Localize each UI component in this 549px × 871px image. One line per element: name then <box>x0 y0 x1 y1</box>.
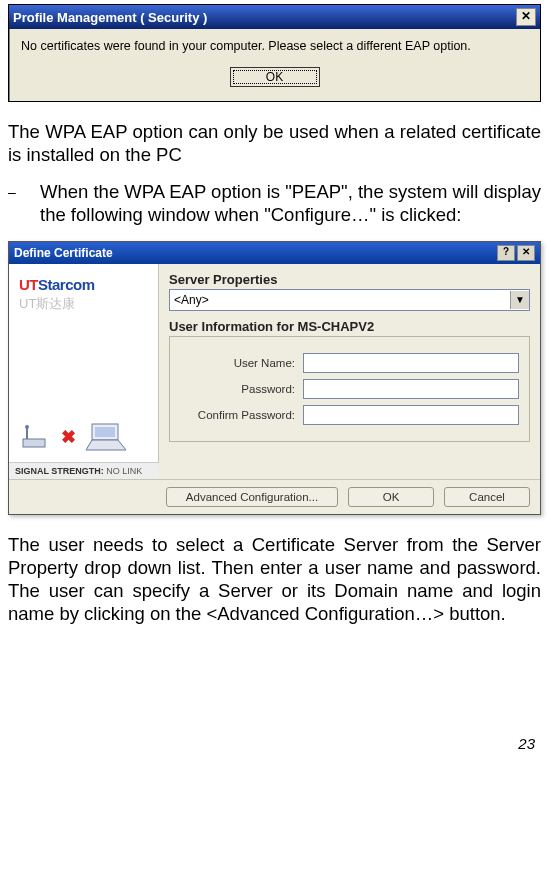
body-paragraph-2: The user needs to select a Certificate S… <box>8 533 541 626</box>
list-item-text: When the WPA EAP option is "PEAP", the s… <box>40 180 541 226</box>
password-input[interactable] <box>303 379 519 399</box>
device-status-graphic: ✖ <box>19 422 152 452</box>
dialog-title: Define Certificate <box>14 246 497 260</box>
disconnected-icon: ✖ <box>61 426 76 448</box>
dialog-button-row: Advanced Configuration... OK Cancel <box>9 479 540 514</box>
svg-point-2 <box>25 425 29 429</box>
svg-rect-4 <box>95 427 115 437</box>
help-icon[interactable]: ? <box>497 245 515 261</box>
close-icon[interactable]: ✕ <box>517 245 535 261</box>
user-info-group: User Name: Password: Confirm Password: <box>169 336 530 442</box>
brand-logo: UTStarcom <box>19 276 152 293</box>
advanced-config-button[interactable]: Advanced Configuration... <box>166 487 338 507</box>
sidebar-panel: UTStarcom UT斯达康 ✖ <box>9 264 159 479</box>
close-icon[interactable]: ✕ <box>516 8 536 26</box>
chevron-down-icon[interactable]: ▼ <box>510 291 529 309</box>
ok-button[interactable]: OK <box>348 487 434 507</box>
bullet-marker: – <box>8 180 40 226</box>
user-info-label: User Information for MS-CHAPV2 <box>169 319 530 334</box>
brand-cn: UT斯达康 <box>19 295 152 313</box>
dialog-title: Profile Management ( Security ) <box>13 10 516 25</box>
cancel-button[interactable]: Cancel <box>444 487 530 507</box>
main-panel: Server Properties <Any> ▼ User Informati… <box>159 264 540 479</box>
profile-mgmt-dialog: Profile Management ( Security ) ✕ No cer… <box>8 4 541 102</box>
signal-strength-bar: SIGNAL STRENGTH: NO LINK <box>9 462 162 479</box>
define-certificate-dialog: Define Certificate ? ✕ UTStarcom UT斯达康 <box>8 241 541 515</box>
dropdown-value: <Any> <box>174 293 510 307</box>
body-paragraph-1: The WPA EAP option can only be used when… <box>8 120 541 166</box>
dialog-titlebar: Define Certificate ? ✕ <box>9 242 540 264</box>
laptop-icon <box>84 422 128 452</box>
access-point-icon <box>19 423 53 451</box>
password-label: Password: <box>180 383 303 395</box>
dialog-body: No certificates were found in your compu… <box>9 29 540 101</box>
confirm-password-label: Confirm Password: <box>180 409 303 421</box>
svg-marker-5 <box>86 440 126 450</box>
ok-button[interactable]: OK <box>230 67 320 87</box>
username-input[interactable] <box>303 353 519 373</box>
page-number: 23 <box>8 735 541 752</box>
confirm-password-input[interactable] <box>303 405 519 425</box>
server-property-dropdown[interactable]: <Any> ▼ <box>169 289 530 311</box>
username-label: User Name: <box>180 357 303 369</box>
dialog-message: No certificates were found in your compu… <box>21 39 528 53</box>
list-item: – When the WPA EAP option is "PEAP", the… <box>8 180 541 226</box>
svg-rect-0 <box>23 439 45 447</box>
signal-label: SIGNAL STRENGTH: <box>15 466 104 476</box>
signal-value: NO LINK <box>106 466 142 476</box>
server-properties-label: Server Properties <box>169 272 530 287</box>
dialog-titlebar: Profile Management ( Security ) ✕ <box>9 5 540 29</box>
